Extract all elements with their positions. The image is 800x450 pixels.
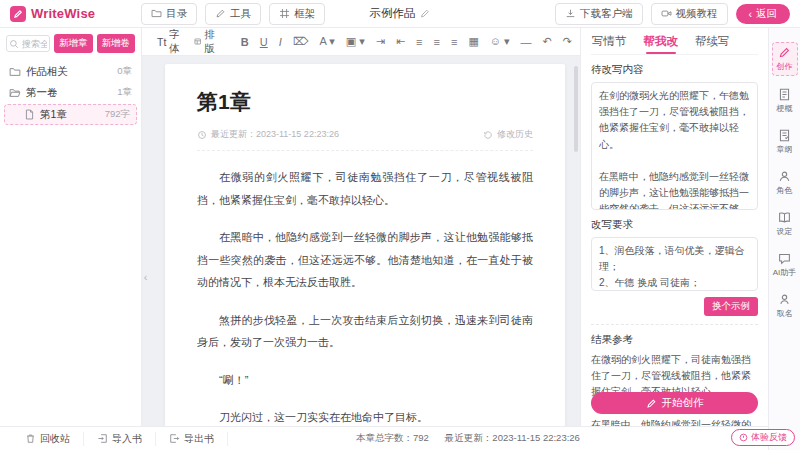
tab-write-plot[interactable]: 写情节 [591,30,628,53]
ai-assistant-panel: 写情节 帮我改 帮续写 待改写内容 在剑的微弱火光的照耀下，午德勉强挡住了一刀，… [580,28,768,426]
export-icon [169,433,180,444]
font-menu[interactable]: Tt 字体 [150,28,187,56]
last-updated: 最近更新：2023-11-15 22:23:26 [197,128,339,141]
table-icon[interactable]: ▦ [463,35,484,48]
chat-icon [778,252,791,265]
frame-icon [279,8,290,19]
start-creation-label: 开始创作 [662,396,704,410]
revision-history-button[interactable]: 修改历史 [483,128,533,141]
word-count: 本章总字数：792 [356,432,429,445]
italic-icon[interactable]: I [273,36,287,48]
paragraph: “唰！” [197,369,533,392]
rail-item-chapter-outline[interactable]: 章纲 [772,126,798,158]
tools-button[interactable]: 工具 [205,3,261,25]
rail-item-creation[interactable]: 创作 [772,42,798,76]
directory-button[interactable]: 目录 [141,3,197,25]
export-book-button[interactable]: 导出书 [156,432,228,446]
editor-scrollbar[interactable] [574,66,578,152]
source-label: 待改写内容 [591,63,758,77]
book-icon [778,211,791,224]
collapse-sidebar-handle[interactable]: ‹ [142,262,151,292]
redo-icon[interactable]: ↷ [557,35,577,48]
tree-item-volume-1[interactable]: 第一卷 1章 [0,82,141,103]
tree-item-label: 第1章 [40,108,67,122]
framework-label: 框架 [294,7,315,21]
tree-item-label: 第一卷 [26,86,58,100]
layout-menu[interactable]: 排版 [187,28,226,56]
font-color-icon[interactable]: A ▾ [314,35,340,48]
back-button[interactable]: ‹ 返回 [736,4,791,24]
start-creation-button[interactable]: 开始创作 [591,392,758,414]
undo-icon[interactable]: ↶ [537,35,557,48]
manuscript-page[interactable]: 第1章 最近更新：2023-11-15 22:23:26 修改历史 在微弱的剑火… [165,64,565,426]
rail-item-settings[interactable]: 设定 [772,208,798,240]
paragraph: 在微弱的剑火照耀下，司徒南勉强挡住了一刀，尽管视线被阻挡，他紧紧握住宝剑，毫不敢… [197,166,533,211]
feedback-icon [739,433,748,442]
chapter-status: 本章总字数：792 最近更新：2023-11-15 22:23:26 [356,432,580,445]
back-chevron-icon: ‹ [749,8,753,20]
feedback-label: 体验反馈 [751,431,787,444]
indent-decrease-icon[interactable]: ⇤ [390,35,410,48]
paragraph: 刀光闪过，这一刀实实在在地命中了目标。 [197,406,533,426]
rail-item-label: 角色 [777,185,793,196]
recycle-bin-button[interactable]: 回收站 [12,432,84,446]
emoji-icon[interactable]: ☺ ▾ [484,35,515,48]
import-book-button[interactable]: 导入书 [84,432,156,446]
divider-icon[interactable]: — [515,36,537,48]
tree-item-works[interactable]: 作品相关 0章 [0,61,141,82]
layout-menu-label: 排版 [204,28,218,56]
rail-item-synopsis[interactable]: 梗概 [772,85,798,117]
tab-help-me-edit[interactable]: 帮我改 [643,30,680,53]
align-center-icon[interactable]: ≡ [428,36,445,48]
panel-divider [591,324,758,325]
chapter-title: 第1章 [197,88,533,116]
trash-icon [25,433,36,444]
tree-item-chapter-1[interactable]: 第1章 792字 [4,104,137,125]
synopsis-doc-icon [778,88,791,101]
rail-item-label: AI助手 [773,267,797,278]
writewise-logo-icon [10,6,26,22]
layout-icon [194,36,201,47]
editor-column: Tt 字体 排版 B U I ⌦ A ▾ ▣ ▾ ⇥ ⇤ ≡ ≡ ≡ ▦ ☺ ▾… [142,28,580,426]
person-name-icon [778,293,791,306]
editor-toolbar: Tt 字体 排版 B U I ⌦ A ▾ ▣ ▾ ⇥ ⇤ ≡ ≡ ≡ ▦ ☺ ▾… [142,28,580,56]
align-right-icon[interactable]: ≡ [445,36,462,48]
insert-image-icon[interactable]: ▣ ▾ [340,35,370,48]
bold-icon[interactable]: B [235,36,254,48]
rail-item-label: 梗概 [777,103,793,114]
tab-continue-writing[interactable]: 帮续写 [694,30,731,53]
feature-rail: 创作 梗概 章纲 角色 设定 AI助手 取名 [768,28,800,450]
video-tutorial-button[interactable]: 视频教程 [651,3,728,25]
chapter-tree: 作品相关 0章 第一卷 1章 第1章 792字 [0,61,141,125]
chapter-body[interactable]: 在微弱的剑火照耀下，司徒南勉强挡住了一刀，尽管视线被阻挡，他紧紧握住宝剑，毫不敢… [197,166,533,426]
rail-item-ai-assistant[interactable]: AI助手 [772,249,798,281]
rail-item-characters[interactable]: 角色 [772,167,798,199]
chapter-meta: 最近更新：2023-11-15 22:23:26 修改历史 [197,128,533,151]
new-chapter-button[interactable]: 新增章 [54,34,93,53]
clear-format-icon[interactable]: ⌦ [287,35,314,48]
indent-increase-icon[interactable]: ⇥ [370,35,390,48]
source-textarea[interactable]: 在剑的微弱火光的照耀下，午德勉强挡住了一刀，尽管视线被阻挡，他紧紧握住宝剑，毫不… [591,82,758,210]
tools-label: 工具 [230,7,251,21]
document-title: 示例作品 [370,6,431,21]
download-icon [565,8,576,19]
editor-canvas: 第1章 最近更新：2023-11-15 22:23:26 修改历史 在微弱的剑火… [142,56,580,426]
align-left-icon[interactable]: ≡ [411,36,428,48]
tree-item-wordcount: 792字 [105,108,130,121]
requirements-textarea[interactable]: 1、润色段落，语句优美，逻辑合理； 2、午德 换成 司徒南； 3、打斗桥段华丽无… [591,237,758,291]
edit-title-icon[interactable] [420,8,431,19]
rail-item-label: 取名 [777,308,793,319]
new-volume-button[interactable]: 新增卷 [97,34,136,53]
import-icon [97,433,108,444]
underline-icon[interactable]: U [254,36,273,48]
video-icon [661,8,672,19]
framework-button[interactable]: 框架 [269,3,325,25]
feedback-button[interactable]: 体验反馈 [731,429,795,446]
rail-item-naming[interactable]: 取名 [772,290,798,322]
top-bar: WriteWise 目录 工具 框架 示例作品 下载客户端 [0,0,800,28]
change-example-button[interactable]: 换个示例 [704,297,758,316]
folder-icon [151,8,162,19]
rail-item-label: 设定 [777,226,793,237]
download-client-button[interactable]: 下载客户端 [555,3,643,25]
top-nav: 目录 工具 框架 [141,3,325,25]
